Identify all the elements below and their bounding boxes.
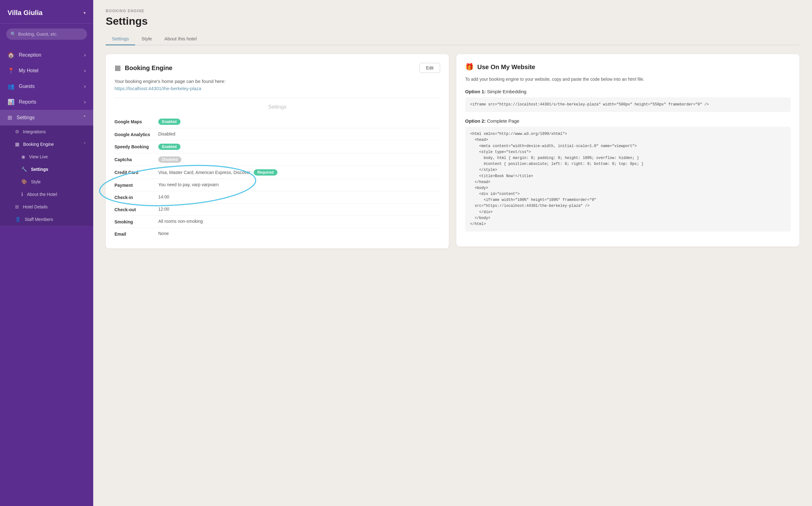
- reception-icon: 🏠: [7, 52, 14, 59]
- hotel-dropdown-icon[interactable]: ▾: [84, 10, 86, 15]
- breadcrumb: BOOKING ENGINE: [106, 9, 800, 13]
- my-hotel-chevron-icon: ›: [84, 68, 86, 74]
- option1-code[interactable]: <iframe src="https://localhost:44301/s/t…: [465, 97, 791, 112]
- settings-row-captcha: Captcha Disabled: [114, 153, 440, 166]
- settings-section-title: Settings: [114, 104, 440, 110]
- setting-value-speedy-booking: Enabled: [158, 144, 440, 150]
- settings-row-smoking: Smoking All rooms non-smoking: [114, 216, 440, 228]
- page-title: Settings: [106, 15, 800, 27]
- setting-label-google-maps: Google Maps: [114, 118, 158, 124]
- edit-button[interactable]: Edit: [419, 63, 440, 73]
- hotel-details-icon: ⊞: [15, 204, 19, 209]
- sidebar-label-integrations: Integrations: [23, 129, 46, 134]
- sidebar-item-about-hotel[interactable]: ℹ About the Hotel: [0, 188, 93, 200]
- setting-label-credit-card: Credit Card: [114, 169, 158, 175]
- gift-icon: 🎁: [465, 63, 474, 71]
- card-header: ▦ Booking Engine Edit: [114, 63, 440, 73]
- setting-label-smoking: Smoking: [114, 219, 158, 224]
- sidebar-label-style: Style: [31, 179, 41, 184]
- sidebar-item-staff-members[interactable]: 👤 Staff Members: [0, 213, 93, 226]
- sidebar-item-view-live[interactable]: ◉ View Live: [0, 151, 93, 163]
- google-maps-badge: Enabled: [158, 118, 181, 125]
- settings-row-email: Email None: [114, 228, 440, 240]
- booking-engine-chevron-icon: ˄: [84, 142, 86, 147]
- sidebar-item-style[interactable]: 🎨 Style: [0, 176, 93, 188]
- sidebar-label-about-hotel: About the Hotel: [27, 192, 57, 197]
- settings-chevron-icon: ˄: [83, 115, 86, 121]
- sidebar-item-reception[interactable]: 🏠 Reception ›: [0, 47, 93, 63]
- settings-icon: ⊞: [7, 114, 12, 121]
- booking-engine-icon: ▦: [15, 142, 19, 147]
- my-hotel-icon: 📍: [7, 67, 14, 74]
- main-content: BOOKING ENGINE Settings Settings Style A…: [93, 0, 812, 506]
- settings-row-speedy-booking: Speedy Booking Enabled: [114, 141, 440, 153]
- sidebar-item-settings[interactable]: ⊞ Settings ˄: [0, 110, 93, 125]
- style-icon: 🎨: [21, 179, 27, 185]
- settings-row-google-analytics: Google Analytics Disabled: [114, 128, 440, 141]
- staff-members-icon: 👤: [15, 217, 21, 222]
- option1-label: Option 1: Simple Embedding: [465, 89, 791, 94]
- tab-about[interactable]: About this hotel: [158, 33, 203, 46]
- sidebar-header[interactable]: Villa Giulia ▾: [0, 0, 93, 23]
- page-header: BOOKING ENGINE Settings Settings Style A…: [93, 0, 812, 46]
- sidebar: Villa Giulia ▾ 🔍 🏠 Reception › 📍 My Hote…: [0, 0, 93, 506]
- setting-label-speedy-booking: Speedy Booking: [114, 144, 158, 149]
- tabs: Settings Style About this hotel: [106, 33, 800, 46]
- website-card: 🎁 Use On My Website To add your booking …: [456, 54, 800, 247]
- website-card-title: Use On My Website: [477, 64, 535, 71]
- setting-value-smoking: All rooms non-smoking: [158, 219, 440, 224]
- captcha-badge: Disabled: [158, 157, 181, 163]
- setting-value-email: None: [158, 231, 440, 236]
- setting-label-google-analytics: Google Analytics: [114, 132, 158, 137]
- setting-value-google-analytics: Disabled: [158, 132, 440, 137]
- sidebar-label-reception: Reception: [19, 52, 41, 58]
- settings-table: Google Maps Enabled Google Analytics Dis…: [114, 115, 440, 240]
- content-area: ▦ Booking Engine Edit Your booking engin…: [93, 46, 812, 506]
- sidebar-label-reports: Reports: [19, 99, 36, 105]
- integrations-icon: ⚙: [15, 129, 19, 135]
- about-hotel-icon: ℹ: [21, 191, 23, 197]
- option2-label: Option 2: Complete Page: [465, 118, 791, 123]
- setting-value-payment: You need to pay, varp varpvarn: [158, 182, 440, 187]
- option2-code[interactable]: <html xmlns="http://www.w3.org/1999/xhtm…: [465, 127, 791, 232]
- view-live-icon: ◉: [21, 154, 25, 160]
- guests-chevron-icon: ›: [84, 84, 86, 89]
- sidebar-item-guests[interactable]: 👥 Guests ›: [0, 79, 93, 94]
- sidebar-label-staff-members: Staff Members: [25, 217, 53, 222]
- sidebar-item-integrations[interactable]: ⚙ Integrations: [0, 125, 93, 138]
- nav-section: 🏠 Reception › 📍 My Hotel › 👥 Guests › 📊 …: [0, 47, 93, 226]
- settings-row-payment: Payment You need to pay, varp varpvarn: [114, 179, 440, 191]
- setting-label-checkout: Check-out: [114, 206, 158, 212]
- sidebar-label-my-hotel: My Hotel: [19, 68, 38, 74]
- reception-chevron-icon: ›: [84, 52, 86, 58]
- sidebar-label-guests: Guests: [19, 84, 35, 89]
- setting-value-checkout: 12:00: [158, 206, 440, 212]
- setting-value-checkin: 14:00: [158, 194, 440, 199]
- sidebar-label-settings-sub: Settings: [31, 167, 48, 172]
- website-card-desc: To add your booking engine to your websi…: [465, 76, 791, 83]
- hotel-name: Villa Giulia: [7, 9, 42, 17]
- sidebar-item-hotel-details[interactable]: ⊞ Hotel Details: [0, 200, 93, 213]
- sidebar-label-view-live: View Live: [29, 154, 48, 159]
- sidebar-item-my-hotel[interactable]: 📍 My Hotel ›: [0, 63, 93, 79]
- setting-label-email: Email: [114, 231, 158, 237]
- tab-style[interactable]: Style: [135, 33, 158, 46]
- sidebar-item-booking-engine[interactable]: ▦ Booking Engine ˄: [0, 138, 93, 151]
- setting-value-google-maps: Enabled: [158, 118, 440, 125]
- card-divider: [114, 98, 440, 98]
- booking-url-text: Your booking engine's home page can be f…: [114, 79, 440, 84]
- guests-icon: 👥: [7, 83, 14, 90]
- tab-settings[interactable]: Settings: [106, 33, 135, 46]
- sidebar-item-reports[interactable]: 📊 Reports ›: [0, 94, 93, 110]
- search-input[interactable]: [6, 28, 87, 40]
- settings-row-checkout: Check-out 12:00: [114, 203, 440, 216]
- setting-label-checkin: Check-in: [114, 194, 158, 200]
- search-wrap: 🔍: [6, 28, 87, 40]
- setting-label-captcha: Captcha: [114, 157, 158, 162]
- settings-row-credit-card: Credit Card Visa, Master Card, American …: [114, 166, 440, 179]
- settings-sub-nav: ⚙ Integrations ▦ Booking Engine ˄ ◉ View…: [0, 125, 93, 226]
- sidebar-label-hotel-details: Hotel Details: [23, 204, 47, 209]
- sidebar-item-settings-sub[interactable]: 🔧 Settings: [0, 163, 93, 176]
- booking-engine-card-icon: ▦: [114, 64, 121, 72]
- booking-url-link[interactable]: https://localhost:44301/the-berkeley-pla…: [114, 86, 201, 91]
